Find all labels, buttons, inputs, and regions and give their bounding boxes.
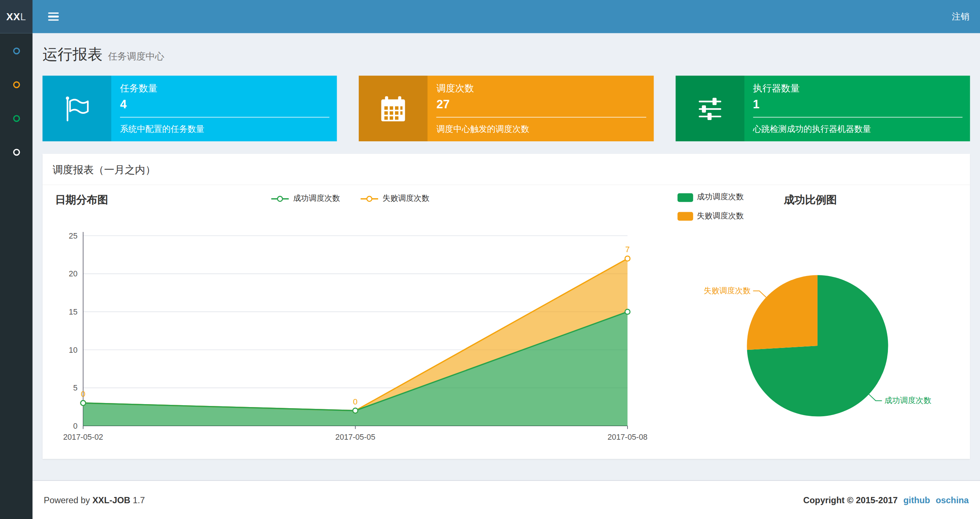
trigger-count-box: 调度次数 27 调度中心触发的调度次数	[359, 76, 654, 141]
legend-swatch	[678, 193, 693, 202]
github-link[interactable]: github	[904, 495, 930, 505]
y-tick-label: 0	[73, 422, 77, 431]
line-legend-marker	[270, 195, 290, 202]
powered-by: Powered by XXL-JOB 1.7	[44, 495, 145, 505]
success-point	[625, 310, 630, 315]
info-box-description: 心跳检测成功的执行器机器数量	[753, 124, 963, 135]
legend-label: 失败调度次数	[697, 211, 744, 221]
page-title: 运行报表	[43, 45, 103, 65]
y-tick-label: 25	[69, 232, 78, 240]
legend-label: 成功调度次数	[293, 193, 340, 204]
line-chart-legend: 成功调度次数 失败调度次数	[43, 193, 658, 204]
divider	[753, 117, 963, 118]
copyright: Copyright © 2015-2017 github oschina	[803, 495, 969, 505]
xxl-job-dashboard: XXL 注销 运行报表 任务调度中心	[0, 0, 980, 519]
success-point	[81, 401, 86, 406]
info-box-value: 4	[120, 97, 329, 111]
logo-text-light: L	[20, 11, 26, 22]
sidebar-item-2[interactable]	[0, 68, 33, 101]
y-tick-label: 10	[69, 346, 78, 355]
sidebar-item-4[interactable]	[0, 136, 33, 168]
x-tick-label: 2017-05-02	[63, 433, 103, 442]
info-box-description: 系统中配置的任务数量	[120, 124, 329, 135]
pie-slice-label: 成功调度次数	[884, 396, 931, 405]
main-content: 运行报表 任务调度中心 任务数量 4 系统中配置的任务数量	[33, 33, 980, 480]
report-panel: 调度报表（一月之内） 日期分布图 成功调度次数 失败调度次数	[43, 154, 970, 459]
legend-item-fail[interactable]: 失败调度次数	[360, 193, 430, 204]
y-tick-label: 15	[69, 308, 78, 316]
fail-point	[625, 256, 630, 261]
sidebar-item-3[interactable]	[0, 102, 33, 135]
pie-chart-title: 成功比例图	[784, 193, 837, 207]
summary-boxes: 任务数量 4 系统中配置的任务数量	[43, 76, 970, 141]
pie-slice	[747, 275, 818, 350]
app-logo[interactable]: XXL	[0, 0, 33, 33]
job-count-text: 任务数量 4 系统中配置的任务数量	[111, 76, 337, 141]
circle-icon	[13, 81, 20, 88]
trigger-count-text: 调度次数 27 调度中心触发的调度次数	[428, 76, 654, 141]
info-box-value: 1	[753, 97, 963, 111]
flag-icon	[43, 76, 111, 141]
legend-label: 失败调度次数	[383, 193, 430, 204]
job-count-box: 任务数量 4 系统中配置的任务数量	[43, 76, 337, 141]
line-legend-marker	[360, 195, 379, 202]
y-tick-label: 20	[69, 270, 78, 279]
logo-text-bold: XX	[6, 11, 20, 22]
executor-count-text: 执行器数量 1 心跳检测成功的执行器机器数量	[744, 76, 970, 141]
circle-icon	[13, 115, 20, 122]
hamburger-icon	[48, 19, 58, 21]
circle-icon	[13, 149, 20, 156]
sidebar	[0, 33, 33, 519]
executor-count-box: 执行器数量 1 心跳检测成功的执行器机器数量	[676, 76, 970, 141]
legend-item-success[interactable]: 成功调度次数	[678, 192, 744, 203]
y-tick-label: 5	[73, 383, 77, 392]
hamburger-icon	[48, 13, 58, 14]
page-header: 运行报表 任务调度中心	[43, 45, 164, 65]
pie-slice-label: 失败调度次数	[704, 286, 751, 295]
sidebar-toggle-button[interactable]	[40, 0, 66, 33]
calendar-icon	[359, 76, 428, 141]
date-distribution-chart: 05101520252017-05-022017-05-052017-05-08…	[43, 222, 658, 447]
legend-label: 成功调度次数	[697, 192, 744, 203]
logout-link[interactable]: 注销	[941, 0, 980, 33]
pie-label-line	[869, 394, 882, 401]
info-box-label: 调度次数	[436, 83, 646, 94]
panel-title: 调度报表（一月之内）	[43, 154, 970, 185]
x-tick-label: 2017-05-08	[608, 433, 648, 442]
info-box-description: 调度中心触发的调度次数	[436, 124, 646, 135]
oschina-link[interactable]: oschina	[935, 495, 969, 505]
info-box-value: 27	[436, 97, 646, 111]
divider	[120, 117, 329, 118]
circle-icon	[13, 47, 20, 54]
product-version: 1.7	[133, 495, 145, 505]
point-label: 7	[625, 245, 630, 254]
sliders-icon	[676, 76, 744, 141]
copyright-text: Copyright © 2015-2017	[803, 495, 898, 505]
page-subtitle: 任务调度中心	[108, 51, 164, 62]
top-navbar: XXL 注销	[0, 0, 980, 33]
page-footer: Powered by XXL-JOB 1.7 Copyright © 2015-…	[33, 480, 980, 519]
x-tick-label: 2017-05-05	[335, 433, 375, 442]
success-ratio-pie-chart: 成功调度次数失败调度次数	[668, 245, 970, 439]
product-name: XXL-JOB	[92, 495, 130, 505]
point-label: 0	[353, 397, 358, 406]
divider	[436, 117, 646, 118]
info-box-label: 执行器数量	[753, 83, 963, 94]
pie-label-line	[753, 291, 766, 298]
legend-swatch	[678, 212, 693, 220]
point-label: 0	[81, 390, 85, 399]
hamburger-icon	[48, 16, 58, 17]
pie-chart-legend: 成功调度次数 失败调度次数	[678, 192, 744, 221]
powered-prefix: Powered by	[44, 495, 90, 505]
sidebar-item-1[interactable]	[0, 35, 33, 67]
success-point	[353, 408, 358, 413]
info-box-label: 任务数量	[120, 83, 329, 94]
legend-item-success[interactable]: 成功调度次数	[270, 193, 340, 204]
legend-item-fail[interactable]: 失败调度次数	[678, 211, 744, 221]
